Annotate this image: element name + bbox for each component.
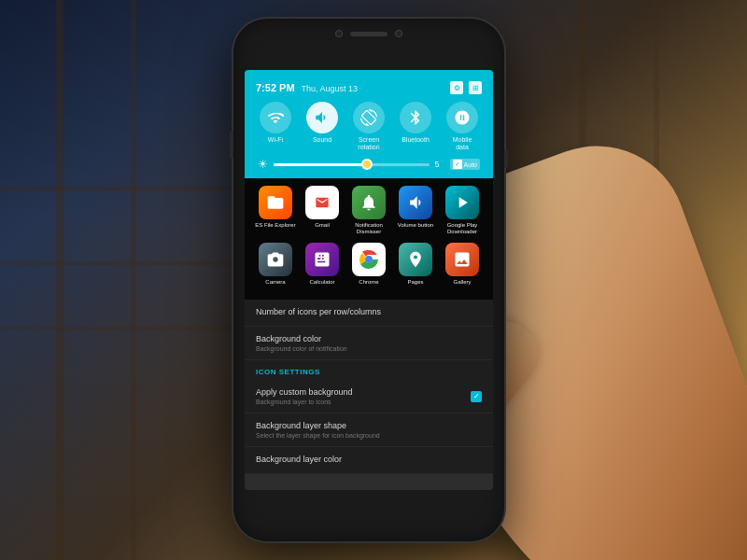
- phone-camera-2: [395, 30, 402, 37]
- calculator-icon: [305, 243, 339, 276]
- toggle-sound[interactable]: Sound: [306, 102, 338, 150]
- chrome-label: Chrome: [359, 279, 378, 286]
- chrome-icon: [352, 243, 386, 276]
- sound-icon-circle: [306, 102, 338, 133]
- app-chrome[interactable]: Chrome: [348, 243, 389, 286]
- grid-icon[interactable]: ⊞: [469, 81, 482, 94]
- app-volume[interactable]: Volume button: [395, 186, 436, 234]
- custom-bg-title: Apply custom background: [256, 387, 353, 397]
- power-button[interactable]: [504, 149, 508, 168]
- toggle-rotation[interactable]: Screenrotation: [353, 102, 385, 150]
- volume-label: Volume button: [398, 222, 433, 229]
- auto-label: Auto: [464, 161, 477, 168]
- settings-item-layer-shape[interactable]: Background layer shape Select the layer …: [245, 413, 493, 447]
- phone-screen: 7:52 PM Thu, August 13 ⚙ ⊞ Wi-Fi: [245, 70, 493, 490]
- sound-label: Sound: [313, 136, 331, 144]
- phone-top: [335, 30, 402, 37]
- app-gmail[interactable]: Gmail: [302, 186, 343, 234]
- gmail-icon: [305, 186, 339, 219]
- bluetooth-label: Bluetooth: [402, 136, 430, 144]
- camera-app-icon: [259, 243, 292, 276]
- wifi-label: Wi-Fi: [268, 136, 283, 144]
- settings-item-bg-color[interactable]: Background color Background color of not…: [245, 327, 493, 360]
- file-explorer-label: ES File Explorer: [255, 222, 295, 229]
- bg-color-title: Background color: [256, 334, 482, 343]
- settings-item-row-count[interactable]: Number of icons per row/columns: [245, 300, 493, 327]
- camera-label: Camera: [265, 279, 285, 286]
- layer-color-title: Background layer color: [256, 455, 482, 464]
- gallery-icon: [445, 243, 479, 276]
- toggle-mobile-data[interactable]: Mobiledata: [446, 102, 478, 150]
- app-grid: ES File Explorer Gmail Notification Dism…: [245, 178, 493, 300]
- status-icons: ⚙ ⊞: [450, 81, 482, 94]
- mobile-data-label: Mobiledata: [453, 136, 472, 150]
- row-count-title: Number of icons per row/columns: [256, 307, 482, 316]
- mobile-data-icon-circle: [446, 102, 478, 133]
- status-bar: 7:52 PM Thu, August 13 ⚙ ⊞: [252, 77, 486, 96]
- toggle-wifi[interactable]: Wi-Fi: [260, 102, 291, 150]
- volume-icon: [399, 186, 432, 219]
- wifi-icon-circle: [260, 102, 291, 133]
- quick-toggles: Wi-Fi Sound Scre: [252, 96, 486, 154]
- custom-bg-subtitle: Background layer to icons: [256, 399, 353, 405]
- icon-settings-label: ICON SETTINGS: [256, 368, 482, 376]
- app-gallery[interactable]: Gallery: [442, 243, 483, 286]
- brightness-value: 5: [435, 160, 444, 169]
- gmail-label: Gmail: [315, 222, 330, 229]
- brightness-slider[interactable]: [274, 163, 430, 166]
- rotation-label: Screenrotation: [358, 136, 379, 150]
- file-explorer-icon: [259, 186, 292, 219]
- notification-panel: 7:52 PM Thu, August 13 ⚙ ⊞ Wi-Fi: [245, 70, 493, 178]
- toggle-bluetooth[interactable]: Bluetooth: [400, 102, 431, 150]
- play-store-label: Google Play Downloader: [442, 222, 483, 234]
- notification-label: Notification Dismisser: [348, 222, 389, 234]
- custom-bg-checkbox[interactable]: ✓: [471, 391, 482, 402]
- app-file-explorer[interactable]: ES File Explorer: [255, 186, 296, 234]
- brightness-row: ☀ 5 ✓ Auto: [252, 154, 486, 178]
- auto-check: ✓: [453, 160, 462, 169]
- app-row-2: Camera Calculator: [252, 243, 486, 286]
- play-store-icon: [445, 186, 479, 219]
- settings-item-layer-color[interactable]: Background layer color: [245, 447, 493, 474]
- layer-shape-title: Background layer shape: [256, 421, 482, 430]
- gallery-label: Gallery: [453, 279, 471, 286]
- rotation-icon-circle: [353, 102, 385, 133]
- app-maps[interactable]: Pages: [395, 243, 436, 286]
- date-display: Thu, August 13: [302, 84, 359, 93]
- phone-device: 7:52 PM Thu, August 13 ⚙ ⊞ Wi-Fi: [233, 19, 504, 541]
- layer-shape-subtitle: Select the layer shape for icon backgrou…: [256, 432, 482, 439]
- brightness-icon: ☀: [258, 158, 268, 171]
- brightness-fill: [274, 163, 367, 166]
- settings-section: Number of icons per row/columns Backgrou…: [245, 300, 493, 474]
- bluetooth-icon-circle: [400, 102, 431, 133]
- app-play-store[interactable]: Google Play Downloader: [442, 186, 483, 234]
- app-camera[interactable]: Camera: [255, 243, 296, 286]
- app-calculator[interactable]: Calculator: [302, 243, 343, 286]
- maps-label: Pages: [407, 279, 423, 286]
- phone-speaker: [350, 32, 388, 36]
- phone-camera: [335, 30, 343, 37]
- brightness-thumb[interactable]: [361, 159, 373, 170]
- maps-icon: [399, 243, 432, 276]
- settings-icon[interactable]: ⚙: [450, 81, 463, 94]
- calculator-label: Calculator: [309, 279, 334, 286]
- notification-icon: [352, 186, 386, 219]
- volume-button[interactable]: [230, 131, 233, 159]
- settings-item-custom-bg[interactable]: Apply custom background Background layer…: [245, 380, 493, 413]
- time-display: 7:52 PM: [256, 82, 295, 93]
- app-notification[interactable]: Notification Dismisser: [348, 186, 389, 234]
- auto-button[interactable]: ✓ Auto: [450, 159, 480, 170]
- app-row-1: ES File Explorer Gmail Notification Dism…: [252, 186, 486, 234]
- bg-color-subtitle: Background color of notification: [256, 345, 482, 352]
- icon-settings-header: ICON SETTINGS: [245, 360, 493, 380]
